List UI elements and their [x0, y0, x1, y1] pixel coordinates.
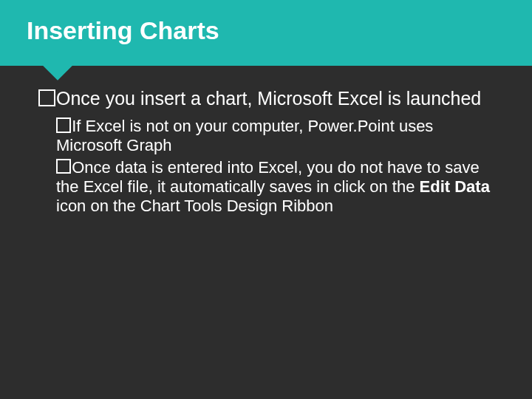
main-bullet-text: Once you insert a chart, Microsoft Excel… [56, 88, 481, 109]
sub-bullet-list: If Excel is not on your computer, Power.… [38, 117, 502, 216]
title-band: Inserting Charts [0, 0, 532, 66]
sub-bullet: Once data is entered into Excel, you do … [56, 158, 502, 216]
sub-bullet-text-bold: Edit Data [420, 177, 490, 196]
square-bullet-icon [56, 117, 71, 132]
sub-bullet-text-suffix: icon on the Chart Tools Design Ribbon [56, 197, 333, 215]
sub-bullet-text: If Excel is not on your computer, Power.… [56, 117, 433, 154]
square-bullet-icon [38, 89, 55, 106]
sub-bullet: If Excel is not on your computer, Power.… [56, 117, 502, 155]
main-bullet: Once you insert a chart, Microsoft Excel… [38, 88, 502, 109]
content-area: Once you insert a chart, Microsoft Excel… [0, 66, 532, 216]
square-bullet-icon [56, 159, 71, 174]
sub-bullet-text-prefix: Once data is entered into Excel, you do … [56, 158, 480, 196]
slide-title: Inserting Charts [27, 16, 532, 45]
